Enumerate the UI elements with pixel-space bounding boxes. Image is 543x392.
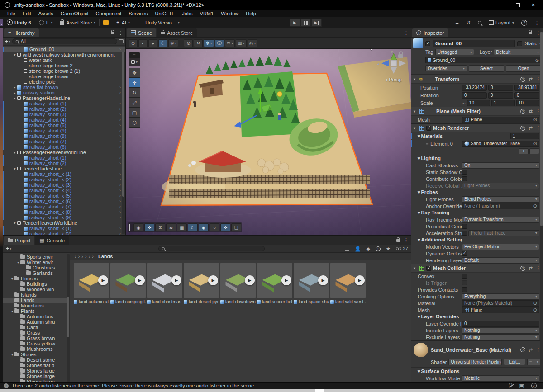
hierarchy-item[interactable]: stone large brown 2 (3, 63, 125, 68)
tab-asset-store[interactable]: Asset Store (157, 28, 197, 37)
rect-tool[interactable]: ▢ (129, 108, 140, 118)
unity-version-button[interactable]: Unity 6 (3, 19, 35, 25)
component-enabled-checkbox[interactable] (426, 266, 431, 271)
prefab-chevron-icon[interactable]: › (119, 112, 121, 117)
hierarchy-item[interactable]: ▸stone flat brown› (3, 85, 125, 90)
foldout-arrow[interactable]: ▾ (10, 353, 14, 357)
asset-store-button[interactable]: Asset Store▾ (56, 20, 99, 25)
step-button[interactable]: ▶ (311, 19, 322, 27)
selection-outline-icon[interactable]: ✕ (194, 39, 203, 47)
hierarchy-item[interactable]: railway_short (5)› (3, 123, 125, 128)
scale-z-field[interactable]: 10 (516, 100, 539, 106)
toolbar-kebab-menu[interactable]: ⋮ (534, 20, 539, 26)
hierarchy-item[interactable]: railway_short (7)› (3, 139, 125, 144)
presets-icon[interactable]: ⇄ (529, 109, 533, 114)
prefab-chevron-icon[interactable]: › (119, 161, 121, 165)
help-icon[interactable]: ? (520, 126, 525, 131)
foldout-arrow[interactable]: ▾ (12, 151, 17, 155)
prefab-chevron-icon[interactable]: › (119, 194, 121, 198)
rotation-z-field[interactable]: 0 (514, 92, 539, 99)
inspector-scrollbar[interactable] (540, 28, 543, 382)
prefab-object-field[interactable]: Ground_00 ⊙ (425, 57, 541, 63)
overlay-drag-handle[interactable] (129, 224, 132, 231)
project-folder-item[interactable]: Sports envir (3, 254, 70, 260)
foldout-arrow[interactable]: ▾ (12, 221, 17, 225)
contribute-global-checkbox[interactable] (462, 176, 467, 181)
grid-visual-icon[interactable]: ▦ (177, 223, 187, 231)
menu-file[interactable]: File (4, 11, 19, 16)
mesh-object-field[interactable]: Plane⊙ (462, 117, 539, 123)
help-icon[interactable]: ? (520, 109, 525, 114)
asset-thumbnail[interactable]: ▶ (294, 263, 329, 298)
hierarchy-item[interactable]: railway_short_k (1)› (3, 171, 125, 177)
overrides-dropdown[interactable]: Overrides▾ (425, 65, 467, 71)
rotation-y-field[interactable]: 0 (488, 92, 513, 99)
cloud-button[interactable]: ☁ (454, 20, 459, 26)
menu-jobs[interactable]: Jobs (178, 11, 196, 16)
menu-unigltf[interactable]: UniGLTF (152, 11, 179, 16)
hierarchy-item[interactable]: railway_short_k (4)› (3, 188, 125, 193)
shader-dropdown[interactable]: Universal Render Pipeline▾ (448, 359, 502, 365)
project-folder-item[interactable]: Grass yellow (3, 341, 70, 346)
asset-tile[interactable]: ▶land downtown (220, 263, 256, 304)
project-tree-scrollbar-thumb[interactable] (67, 297, 69, 337)
foldout-arrow[interactable]: ▾ (12, 167, 17, 171)
play-overlay-button[interactable]: ▶ (98, 275, 108, 285)
hierarchy-item[interactable]: railway_short (9)› (3, 128, 125, 133)
play-overlay-button[interactable]: ▶ (135, 275, 145, 285)
asset-thumbnail[interactable]: ▶ (110, 263, 146, 298)
prefab-chevron-icon[interactable]: › (119, 156, 121, 160)
prefab-chevron-icon[interactable]: › (119, 118, 121, 122)
audio-mute-icon[interactable]: ⊘ (184, 39, 193, 47)
hierarchy-search-input[interactable] (12, 38, 117, 44)
asset-tile[interactable]: ▶land desert pyr... (184, 263, 219, 304)
close-button[interactable]: × (532, 2, 535, 8)
hierarchy-item[interactable]: stone large brown 2 (1) (3, 68, 125, 74)
visibility-toggle-icon[interactable] (215, 39, 224, 47)
move-tool[interactable]: ✛ (129, 78, 140, 88)
project-folder-item[interactable]: Autumn bus (3, 314, 70, 319)
hierarchy-item[interactable]: railway_short (3)› (3, 112, 125, 117)
hierarchy-item[interactable]: railway_short (8)› (3, 133, 125, 139)
project-folder-item[interactable]: Islands (3, 292, 70, 298)
hierarchy-item[interactable]: railway_short_k (2)› (3, 177, 125, 182)
physics-material-field[interactable]: None (Physics Material)⊙ (462, 300, 539, 307)
all-clear-icon[interactable]: ✓ (531, 383, 537, 388)
prefab-chevron-icon[interactable]: › (119, 210, 121, 214)
search-button[interactable] (478, 21, 481, 24)
project-folder-item[interactable]: ▾Houses (3, 276, 70, 281)
breadcrumb-chevron-icon[interactable]: › (85, 254, 87, 259)
hierarchy-item[interactable]: stone large brown (3, 74, 125, 79)
minimize-button[interactable]: ─ (500, 2, 504, 8)
perspective-label[interactable]: ‹ Persp (386, 77, 402, 82)
foldout-arrow[interactable]: ▾ (12, 53, 17, 57)
static-shadow-caster-checkbox[interactable] (462, 170, 467, 175)
prefab-chevron-icon[interactable]: › (119, 199, 121, 203)
moon-overlay-icon[interactable]: ☾ (188, 223, 198, 231)
procedural-geometry-checkbox[interactable] (462, 224, 467, 229)
menu-vrm1[interactable]: VRM1 (196, 11, 218, 16)
rotate-tool[interactable]: ↻ (129, 88, 140, 98)
hierarchy-kebab-menu[interactable]: ⋮ (118, 30, 123, 36)
presets-icon[interactable]: ⇄ (529, 347, 533, 353)
hierarchy-item[interactable]: ▾TenderHeavenWorldLine (3, 220, 125, 226)
project-folder-item[interactable]: Stones large (3, 373, 70, 379)
prefab-chevron-icon[interactable]: › (119, 231, 121, 235)
project-folder-item[interactable]: Christmas (3, 265, 70, 270)
surface-options-foldout[interactable]: ▾Surface Options (411, 368, 462, 374)
anchor-override-field[interactable]: None (Transform)⊙ (462, 203, 539, 209)
menu-services[interactable]: Services (125, 11, 151, 16)
menu-window[interactable]: Window (217, 11, 242, 16)
undo-history-button[interactable]: ↺ (467, 20, 471, 26)
prefab-chevron-icon[interactable]: › (119, 215, 121, 220)
foldout-arrow[interactable]: ▸ (12, 91, 17, 95)
help-icon[interactable]: ? (520, 77, 525, 82)
project-folder-item[interactable]: Autumn shru (3, 319, 70, 325)
hierarchy-item[interactable]: railway_short (6)› (3, 144, 125, 150)
debug-draw-icon[interactable]: ✲▾ (168, 39, 178, 47)
hierarchy-item[interactable]: railway_short_k (7)› (3, 204, 125, 209)
foldout-arrow[interactable]: ▾ (414, 126, 418, 130)
settings-sliders-icon[interactable]: ≋ (166, 223, 176, 231)
zoom-overlay-icon[interactable]: ○ (210, 223, 219, 231)
pause-button[interactable] (300, 19, 311, 27)
